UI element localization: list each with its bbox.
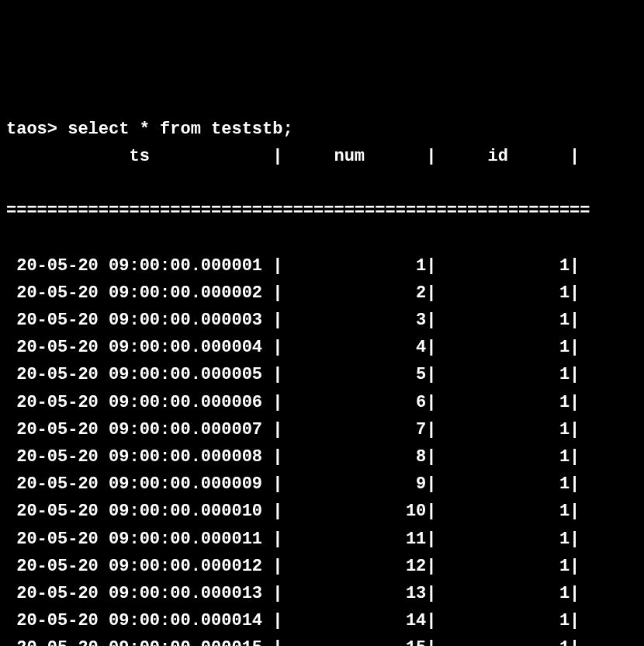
header-divider: ========================================… [6, 197, 638, 224]
column-header: ts | num | id | [6, 143, 638, 170]
result-rows: 20-05-20 09:00:00.000001 | 1| 1| 20-05-2… [6, 252, 638, 646]
prompt-line[interactable]: taos> select * from teststb; [6, 120, 293, 139]
